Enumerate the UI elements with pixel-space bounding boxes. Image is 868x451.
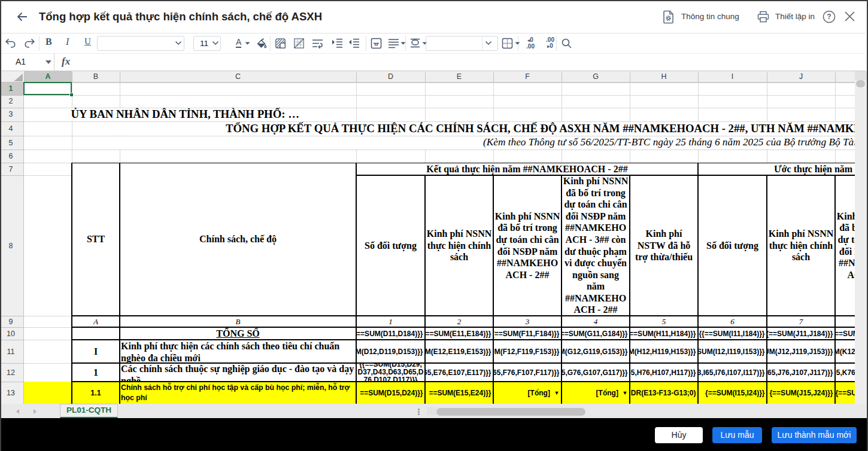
svg-text:?: ? [827,13,831,21]
